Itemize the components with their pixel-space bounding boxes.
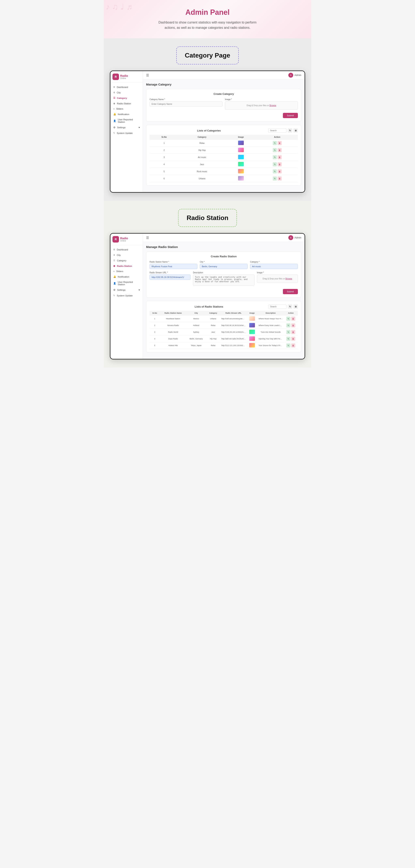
delete-button[interactable]: 🗑	[277, 155, 281, 159]
station-name-input[interactable]	[150, 264, 197, 269]
create-radio-card: Create Radio Station Radio Station Name …	[146, 251, 301, 298]
browse-link[interactable]: Browse	[269, 104, 276, 106]
edit-button[interactable]: ✎	[273, 177, 277, 181]
radio-drop-zone[interactable]: Drag & Drop your files or Browse	[257, 275, 298, 283]
radio-edit-button[interactable]: ✎	[286, 343, 290, 347]
sidebar-item-category[interactable]: ☰ Category	[111, 95, 143, 101]
category-name-input[interactable]	[150, 101, 223, 106]
radio-edit-button[interactable]: ✎	[286, 330, 290, 334]
radio-sidebar-item-notification[interactable]: 🔔 Notification	[111, 274, 143, 279]
sidebar-item-sliders[interactable]: ≡ Sliders	[111, 106, 143, 112]
radio-sidebar-item-system-update[interactable]: ↻ System Update	[111, 293, 143, 298]
radio-submit-button[interactable]: Submit	[283, 289, 298, 294]
sidebar-item-label: Category	[117, 97, 127, 99]
radio-edit-button[interactable]: ✎	[286, 337, 290, 341]
radio-grid-view-button[interactable]: ⊞	[293, 304, 298, 309]
radio-sidebar-item-label: Notification	[118, 276, 129, 278]
action-buttons: ✎ 🗑	[258, 141, 296, 145]
radio-section-label: Radio Station	[187, 214, 228, 222]
radio-delete-button[interactable]: 🗑	[291, 330, 295, 334]
col-action: Action	[256, 135, 298, 140]
action-buttons: ✎ 🗑	[258, 169, 296, 174]
radio-sidebar-item-label: Category	[117, 259, 126, 262]
radio-sidebar-item-dashboard[interactable]: ⊞ Dashboard	[111, 247, 143, 252]
category-section-wrapper: Category Page R Radio Online ⊞ Dashboard…	[104, 38, 311, 201]
edit-button[interactable]: ✎	[273, 162, 277, 166]
radio-edit-button[interactable]: ✎	[286, 317, 290, 321]
cell-category-name: Jazz	[179, 161, 226, 168]
rcell-image	[247, 329, 258, 336]
category-section-label: Category Page	[185, 52, 230, 59]
radio-image-thumb	[249, 343, 255, 347]
cell-srno: 3	[150, 154, 179, 161]
rcell-category: Hip Hop	[206, 336, 220, 342]
table-row: 5 Hottest Hits Tokyo, Japan Relax http:/…	[150, 342, 298, 349]
sidebar-item-system-update[interactable]: ↻ System Update	[111, 130, 143, 136]
radio-sidebar-item-user-reported[interactable]: 👤 User Reported Station	[111, 279, 143, 287]
description-textarea[interactable]: Turn up the laughs and creativity with o…	[193, 275, 254, 286]
radio-city-input[interactable]	[200, 264, 248, 269]
sidebar-item-user-reported[interactable]: 👤 User Reported Station	[111, 117, 143, 125]
cell-category-image	[225, 154, 256, 161]
station-name-label: Radio Station Name *	[150, 261, 197, 263]
rcell-category: Relax	[206, 322, 220, 329]
radio-admin-profile[interactable]: A Admin	[288, 235, 301, 240]
stream-url-input[interactable]	[150, 275, 190, 280]
delete-button[interactable]: 🗑	[277, 148, 281, 152]
radio-settings-left: ⚙ Settings	[113, 288, 126, 291]
delete-button[interactable]: 🗑	[277, 177, 281, 181]
delete-button[interactable]: 🗑	[277, 169, 281, 174]
radio-hamburger-icon[interactable]: ☰	[146, 236, 149, 240]
radio-browse-link[interactable]: Browse	[286, 278, 292, 280]
radio-sidebar-item-label: Radio-Station	[117, 265, 132, 267]
city-icon: ⊕	[113, 91, 115, 94]
radio-refresh-button[interactable]: ↻	[288, 304, 292, 309]
create-radio-card-title: Create Radio Station	[150, 255, 298, 258]
radio-label-center: Radio Station	[110, 209, 305, 233]
radio-delete-button[interactable]: 🗑	[291, 337, 295, 341]
delete-button[interactable]: 🗑	[277, 162, 281, 166]
radio-sidebar-item-radio-station[interactable]: ◉ Radio-Station	[111, 263, 143, 269]
radio-delete-button[interactable]: 🗑	[291, 323, 295, 328]
create-category-form-row: Category Name * Image * Drag & Drop your…	[150, 98, 298, 110]
hamburger-icon[interactable]: ☰	[146, 73, 149, 77]
edit-button[interactable]: ✎	[273, 155, 277, 159]
radio-delete-button[interactable]: 🗑	[291, 343, 295, 347]
rcell-category: Jazz	[206, 329, 220, 336]
rcell-action: ✎ 🗑	[284, 329, 298, 336]
rcell-srno: 1	[150, 315, 160, 322]
category-image-thumb	[238, 162, 244, 166]
cell-srno: 6	[150, 175, 179, 182]
delete-button[interactable]: 🗑	[277, 141, 281, 145]
sidebar-item-dashboard[interactable]: ⊞ Dashboard	[111, 84, 143, 90]
rcell-url: http://cell.securenetosystems.net/bIAZZO…	[220, 315, 247, 322]
radio-image-thumb	[249, 316, 255, 321]
radio-action-buttons: ✎ 🗑	[285, 330, 297, 334]
grid-view-button[interactable]: ⊞	[293, 128, 298, 133]
table-row: 1 Relax ✎ 🗑	[150, 140, 298, 147]
radio-edit-button[interactable]: ✎	[286, 323, 290, 328]
sidebar-item-city[interactable]: ⊕ City	[111, 90, 143, 95]
category-submit-button[interactable]: Submit	[283, 113, 298, 118]
radio-sidebar-item-category[interactable]: ☰ Category	[111, 258, 143, 263]
sidebar-item-notification[interactable]: 🔔 Notification	[111, 112, 143, 117]
admin-profile[interactable]: A Admin	[288, 73, 301, 78]
category-search-input[interactable]	[268, 128, 287, 133]
sidebar-item-settings[interactable]: ⚙ Settings ▾	[111, 125, 143, 130]
radio-sidebar-item-sliders[interactable]: ≡ Sliders	[111, 269, 143, 274]
radio-sidebar-item-city[interactable]: ⊕ City	[111, 252, 143, 258]
table-row: 4 Jazz ✎ 🗑	[150, 161, 298, 168]
radio-sidebar-item-settings[interactable]: ⚙ Settings ▾	[111, 287, 143, 293]
radio-logo-online: Online	[120, 240, 128, 242]
radio-category-input[interactable]	[250, 264, 298, 269]
refresh-button[interactable]: ↻	[288, 128, 292, 133]
rcell-image	[247, 322, 258, 329]
edit-button[interactable]: ✎	[273, 148, 277, 152]
radio-search-input[interactable]	[268, 305, 287, 309]
category-drop-zone[interactable]: Drag & Drop your files or Browse	[225, 101, 298, 110]
sidebar-item-radio-station[interactable]: ◉ Radio-Station	[111, 101, 143, 106]
edit-button[interactable]: ✎	[273, 169, 277, 174]
table-row: 5 Rock music ✎ 🗑	[150, 168, 298, 175]
radio-delete-button[interactable]: 🗑	[291, 317, 295, 321]
edit-button[interactable]: ✎	[273, 141, 277, 145]
